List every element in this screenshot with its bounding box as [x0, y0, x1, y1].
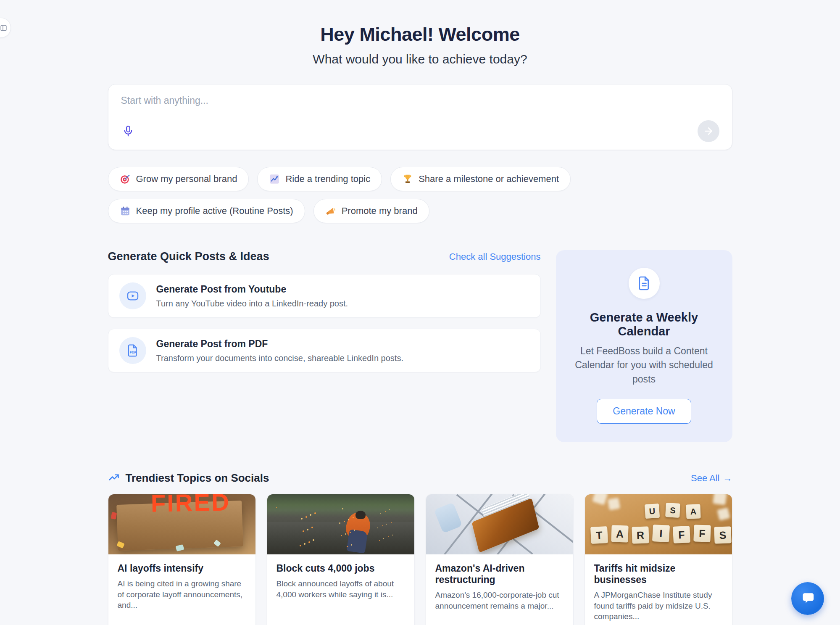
fired-box-text: FIRED [150, 494, 230, 517]
generate-now-button[interactable]: Generate Now [597, 399, 691, 424]
news-title: Block cuts 4,000 jobs [276, 563, 405, 574]
microphone-button[interactable] [121, 125, 134, 137]
trending-up-icon [108, 472, 120, 484]
pdf-file-icon: PDF [126, 344, 140, 357]
scrabble-tile: F [672, 526, 690, 543]
trending-title: Trendiest Topics on Socials [126, 472, 269, 485]
weekly-calendar-description: Let FeedBoss build a Content Calendar fo… [572, 344, 716, 386]
page-title: Hey Michael! Welcome [108, 24, 732, 45]
trending-cards-grid: FIRED AI layoffs intensify AI is being c… [108, 494, 732, 625]
scrabble-tile: T [590, 526, 608, 544]
sidebar-panel-icon [0, 24, 8, 32]
weekly-calendar-panel: Generate a Weekly Calendar Let FeedBoss … [556, 250, 732, 442]
news-description: Block announced layoffs of about 4,000 w… [276, 578, 405, 600]
arrow-right-icon: → [723, 473, 732, 484]
scrabble-tile: R [632, 527, 649, 544]
generate-post-from-pdf-card[interactable]: PDF Generate Post from PDF Transform you… [108, 329, 541, 372]
news-card-ai-layoffs[interactable]: FIRED AI layoffs intensify AI is being c… [108, 494, 256, 625]
chip-label: Grow my personal brand [136, 174, 237, 185]
quick-posts-title: Generate Quick Posts & Ideas [108, 250, 269, 263]
chip-grow-personal-brand[interactable]: Grow my personal brand [108, 167, 249, 191]
data-center-3d-render-photo [426, 494, 573, 554]
calendar-icon [120, 206, 131, 216]
news-description: A JPMorganChase Institute study found ta… [594, 590, 723, 622]
pdf-icon-circle: PDF [119, 337, 146, 364]
page-subtitle: What would you like to achieve today? [108, 52, 732, 66]
trending-section-header: Trendiest Topics on Socials See All → [108, 472, 732, 485]
chip-promote-my-brand[interactable]: Promote my brand [313, 199, 429, 223]
chip-label: Share a milestone or achievement [419, 174, 559, 185]
scrabble-tile: A [686, 504, 700, 519]
news-card-amazon-restructuring[interactable]: Amazon's AI-driven restructuring Amazon'… [426, 494, 574, 625]
document-icon [637, 276, 652, 291]
card-description: Turn any YouTube video into a LinkedIn-r… [156, 299, 348, 309]
chat-widget-button[interactable] [791, 582, 824, 615]
see-all-label: See All [691, 473, 720, 484]
news-card-block-layoffs[interactable]: Block cuts 4,000 jobs Block announced la… [267, 494, 415, 625]
scrabble-tile: S [665, 503, 680, 518]
fired-cardboard-box-photo: FIRED [108, 494, 255, 554]
scrabble-tile: I [652, 525, 669, 542]
card-title: Generate Post from PDF [156, 338, 403, 350]
news-title: Amazon's AI-driven restructuring [435, 563, 564, 585]
chip-label: Keep my profile active (Routine Posts) [136, 206, 293, 216]
quick-chips-row-1: Grow my personal brand Ride a trending t… [108, 167, 732, 191]
microphone-icon [122, 125, 134, 137]
svg-text:PDF: PDF [129, 351, 136, 354]
scrabble-tiles-photo: U S A T A R I F F S [585, 494, 732, 554]
card-title: Generate Post from Youtube [156, 284, 348, 295]
chip-share-milestone[interactable]: Share a milestone or achievement [390, 167, 571, 191]
quick-chips-row-2: Keep my profile active (Routine Posts) P… [108, 199, 732, 223]
youtube-play-icon [126, 289, 140, 303]
sidebar-toggle-button[interactable] [0, 18, 11, 38]
news-card-tariffs[interactable]: U S A T A R I F F S Tariffs hit midsize … [585, 494, 732, 625]
scrabble-tile: S [714, 527, 731, 544]
prompt-input[interactable] [121, 95, 719, 120]
card-description: Transform your documents into concise, s… [156, 353, 403, 363]
scrabble-tile: F [693, 525, 711, 542]
weekly-calendar-title: Generate a Weekly Calendar [572, 311, 716, 338]
target-icon [120, 174, 131, 185]
scrabble-tile: U [645, 504, 660, 519]
dashboard-home: Hey Michael! Welcome What would you like… [108, 24, 732, 625]
news-title: AI layoffs intensify [118, 563, 246, 574]
chip-ride-trending-topic[interactable]: Ride a trending topic [257, 167, 382, 191]
trophy-icon [402, 174, 413, 185]
chip-keep-profile-active[interactable]: Keep my profile active (Routine Posts) [108, 199, 305, 223]
see-all-link[interactable]: See All → [691, 473, 732, 484]
scrabble-tile: A [611, 525, 628, 543]
generate-post-from-youtube-card[interactable]: Generate Post from Youtube Turn any YouT… [108, 274, 541, 318]
check-all-suggestions-link[interactable]: Check all Suggestions [449, 251, 541, 262]
news-description: Amazon's 16,000-corporate-job cut announ… [435, 590, 564, 611]
megaphone-icon [325, 206, 336, 216]
arrow-right-icon [703, 126, 714, 137]
news-title: Tariffs hit midsize businesses [594, 563, 723, 585]
document-icon-circle [629, 268, 660, 299]
chat-bubble-icon [799, 590, 816, 607]
send-button[interactable] [698, 120, 719, 142]
news-description: AI is being cited in a growing share of … [118, 578, 246, 611]
chart-increasing-icon [269, 174, 280, 185]
youtube-icon-circle [119, 282, 146, 309]
chip-label: Ride a trending topic [285, 174, 370, 185]
prompt-composer[interactable] [108, 84, 732, 150]
quick-posts-section: Generate Quick Posts & Ideas Check all S… [108, 250, 541, 372]
composer-toolbar [121, 120, 719, 142]
worker-grinding-sparks-photo [267, 494, 414, 554]
chip-label: Promote my brand [342, 206, 418, 216]
